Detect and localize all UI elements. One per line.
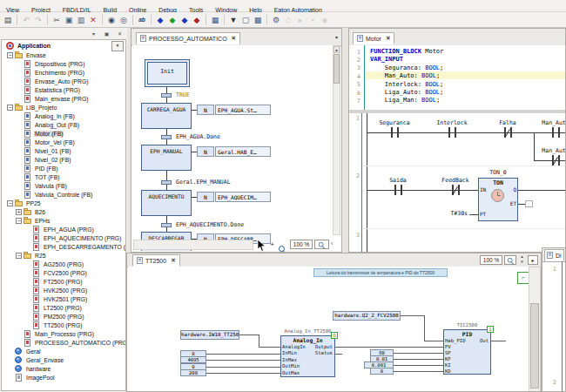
toolbar-new-folder-icon[interactable]: ▼ [227, 14, 239, 26]
sfc-action[interactable]: EPH_AGUA.St… [215, 105, 271, 115]
scroll-thumb[interactable] [530, 303, 539, 389]
tree-item-r25[interactable]: −R25 [2, 251, 125, 260]
tree-item-enchimento-prg[interactable]: Enchimento (PRG) [2, 68, 125, 77]
tree-item-ag2500-prg[interactable]: AG2500 (PRG) [2, 260, 125, 268]
tree-item-hardware[interactable]: hardware [2, 364, 125, 373]
tree-item-fcv2500-prg[interactable]: FCV2500 (PRG) [2, 268, 125, 277]
tree-item-pid-fb[interactable]: PID (FB) [2, 164, 125, 172]
tree-item-analog-in-fb[interactable]: Analog_In (FB) [2, 112, 125, 120]
toolbar-cut-icon[interactable]: ✂ [51, 14, 63, 26]
toolbar-paste-icon[interactable]: ▥ [75, 14, 87, 26]
tree-item-tt2500-prg[interactable]: TT2500 (PRG) [2, 321, 125, 329]
tree-item-eph-aquecimento-prg[interactable]: EPH_AQUECIMENTO (PRG) [2, 233, 125, 242]
sfc-vertical-scrollbar[interactable]: ▲ [333, 45, 340, 235]
expand-icon[interactable]: ▸ [528, 255, 538, 265]
tree-item-hvk2501-prg[interactable]: HVK2501 (PRG) [2, 294, 125, 303]
cfc-source-box[interactable]: hardware.IW10_TT2500 [180, 330, 239, 340]
tab-processo-automatico[interactable]: PROCESSO_AUTOMATICO ✕ [136, 32, 240, 44]
tree-item-dispositivos-prg[interactable]: Dispositivos (PRG) [2, 59, 125, 68]
tree-item-valvula-controle-fb[interactable]: Valvula_Controle (FB) [2, 190, 125, 199]
sfc-horizontal-scrollbar[interactable] [133, 240, 253, 250]
tree-item-processo-automatico-prg[interactable]: PROCESSO_AUTOMATICO (PRG) [2, 338, 125, 347]
tree-item-analog-out-fb[interactable]: Analog_Out (FB) [2, 120, 125, 129]
tree-item-envase-auto-prg[interactable]: Envase_Auto (PRG) [2, 77, 125, 85]
tree-item-eph-agua-prg[interactable]: EPH_AGUA (PRG) [2, 225, 125, 233]
sfc-step[interactable]: EPH_MANUAL [141, 145, 192, 171]
tree-item-valvula-fb[interactable]: Valvula (FB) [2, 181, 125, 190]
expander-icon[interactable]: − [7, 105, 13, 111]
sfc-transition[interactable] [161, 223, 172, 227]
tree-item-imagepool[interactable]: ImagePool [2, 373, 125, 382]
toolbar-grid-icon[interactable]: ▩ [252, 14, 264, 26]
zoom-level[interactable]: 100 % [480, 255, 502, 265]
cfc-value-box[interactable]: 0 [370, 368, 394, 375]
zoom-level[interactable]: 100 % [290, 240, 313, 249]
tree-item-eph-descarregamento-prg[interactable]: EPH_DESCARREGAMENTO (PRG) [2, 242, 125, 251]
toolbar-delete-icon[interactable]: ✕ [87, 14, 99, 26]
panel-pin-icon[interactable]: ▣ [101, 30, 112, 39]
declaration-editor[interactable]: 1FUNCTION_BLOCK Motor2VAR_INPUT3 Seguran… [349, 45, 565, 110]
scroll-left-icon[interactable]: ‹ [331, 240, 333, 247]
sfc-step-init[interactable]: Init [145, 59, 190, 87]
tree-item-main-envase-prg[interactable]: Main_envase (PRG) [2, 94, 125, 103]
tree-item-nivel-01-fb[interactable]: Nivel_01 (FB) [2, 146, 125, 155]
sfc-step[interactable]: CARREGA_AGUA [141, 103, 192, 129]
cfc-enable-box[interactable]: hardware.Q2_2_FCV2500 [333, 311, 401, 321]
expander-icon[interactable]: − [16, 218, 22, 224]
toolbar-copy-icon[interactable]: ▣ [63, 14, 75, 26]
toolbar-find-icon[interactable]: ◉ [105, 14, 118, 26]
tree-item-ft2500-prg[interactable]: FT2500 (PRG) [2, 277, 125, 286]
ladder-editor[interactable]: 123SegurancaInterlockFalhaMan_AutoMan_Au… [349, 110, 565, 252]
tab-tt2500[interactable]: TT2500 ✕ [132, 254, 180, 267]
tree-item-estatistica-prg[interactable]: Estatistica (PRG) [2, 85, 125, 94]
toolbar-flag-navy-icon[interactable]: ◆ [179, 14, 191, 26]
panel-close-icon[interactable]: ✕ [114, 30, 125, 39]
toolbar-flag-blue-icon[interactable]: ◆ [154, 14, 166, 26]
tree-item-lib-projeto[interactable]: −LIB_Projeto [2, 103, 125, 112]
tree-item-main-processo-prg[interactable]: Main_Processo (PRG) [2, 329, 125, 338]
tab-motor[interactable]: Motor ✕ [353, 32, 394, 44]
expander-icon[interactable]: + [16, 209, 22, 215]
toolbar-new-object-icon[interactable]: ▢ [239, 14, 252, 26]
expander-icon[interactable]: − [7, 200, 13, 206]
toolbar-build-icon[interactable]: ⚙ [270, 14, 282, 26]
tree-item-application[interactable]: Application ▼ [2, 40, 125, 51]
sfc-step[interactable]: AQUECIMENTO [141, 190, 192, 216]
close-tab-icon[interactable]: ✕ [232, 35, 236, 42]
cfc-value-box[interactable]: 200 [180, 369, 206, 376]
tree-item-geral[interactable]: Geral [2, 347, 125, 355]
tree-item-b26[interactable]: +B26 [2, 207, 125, 216]
application-dropdown-icon[interactable]: ▼ [111, 41, 124, 51]
tree-item-motor-vel-fb[interactable]: Motor_Vel (FB) [2, 138, 125, 146]
tree-item-nivel-02-fb[interactable]: Nivel_02 (FB) [2, 155, 125, 164]
toolbar-print-icon[interactable]: ▤ [2, 14, 14, 26]
sfc-transition[interactable] [161, 180, 172, 185]
tree-item-lt2500-prg[interactable]: LT2500 (PRG) [2, 303, 125, 312]
zoom-dropdown[interactable] [314, 240, 329, 249]
tree-item-envase[interactable]: −Envase [2, 51, 125, 59]
tree-item-pm2500-prg[interactable]: PM2500 (PRG) [2, 312, 125, 321]
pan-tool-icon[interactable]: + [267, 240, 277, 250]
tab-overflow-icon[interactable]: ▾ [335, 34, 338, 40]
zoom-tool-icon[interactable] [279, 241, 286, 253]
tree-item-ephs[interactable]: −EPHs [2, 216, 125, 225]
tree-item-hvk2500-prg[interactable]: HVK2500 (PRG) [2, 286, 125, 294]
tree-item-geral-envase[interactable]: Geral_Envase [2, 355, 125, 364]
zoom-spinner[interactable]: ▲▼ [518, 254, 526, 265]
toolbar-flag-green-icon[interactable]: ◆ [166, 14, 179, 26]
tab-di[interactable]: Di [544, 249, 564, 261]
tree-item-motor-fb[interactable]: Motor (FB) [2, 129, 125, 138]
scroll-up-icon[interactable]: ▲ [334, 46, 340, 53]
scroll-thumb[interactable] [334, 54, 340, 84]
sfc-action[interactable]: EPH_AQUECIM… [215, 192, 271, 202]
expander-icon[interactable]: − [7, 52, 13, 58]
toolbar-windows-icon[interactable]: ▦ [209, 14, 221, 26]
expander-icon[interactable]: − [16, 253, 22, 259]
tree-item-pp25[interactable]: −PP25 [2, 199, 125, 207]
toolbar-find-next-icon[interactable]: ◎ [118, 14, 130, 26]
zoom-dropdown[interactable] [504, 255, 516, 265]
sfc-action[interactable]: Geral.HAB_E… [215, 146, 271, 157]
sfc-transition[interactable] [161, 93, 172, 98]
tree-item-tot-fb[interactable]: TOT (FB) [2, 172, 125, 181]
select-tool-icon[interactable]: ➤ [256, 240, 266, 250]
